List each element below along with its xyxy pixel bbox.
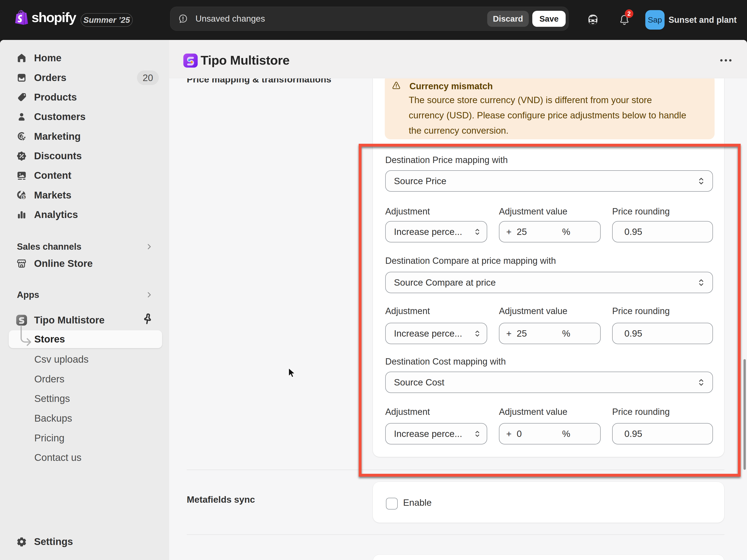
svg-text:$: $ — [23, 195, 25, 200]
